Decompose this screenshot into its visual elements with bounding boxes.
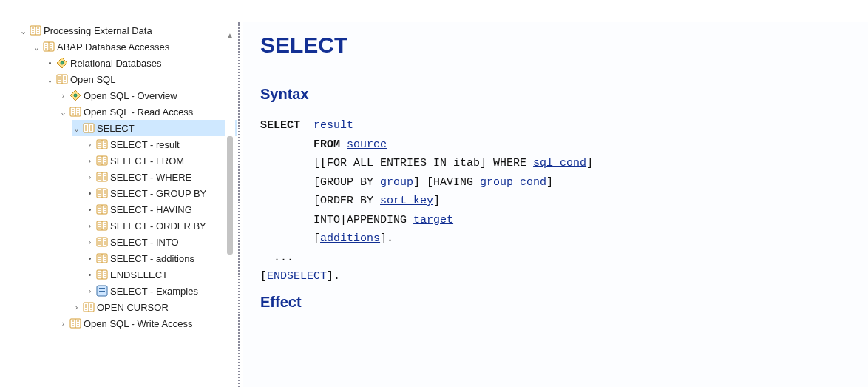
text: [ORDER BY	[313, 195, 380, 207]
pane-separator[interactable]	[237, 22, 243, 387]
book-icon	[43, 41, 55, 53]
tree-item-select[interactable]: ⌄ SELECT	[72, 120, 237, 136]
tree-scrollbar[interactable]: ▲ ▼	[225, 30, 235, 370]
text: [	[313, 232, 320, 245]
text: [[FOR ALL ENTRIES IN itab] WHERE	[313, 157, 533, 169]
scroll-up-icon[interactable]: ▲	[225, 30, 235, 40]
bullet-icon: •	[86, 189, 94, 198]
text: ].	[327, 270, 340, 283]
book-icon	[96, 171, 108, 183]
bullet-icon: •	[86, 255, 94, 263]
link-sql-cond[interactable]: sql_cond	[533, 157, 586, 169]
syntax-block: SELECT result FROM source [[FOR ALL ENTR…	[260, 116, 850, 286]
tree-item-abap-db-accesses[interactable]: ⌄ ABAP Database Accesses	[33, 38, 237, 55]
book-icon	[69, 106, 81, 118]
tree-item-select-order-by[interactable]: ›SELECT - ORDER BY	[86, 218, 237, 234]
text: INTO|APPENDING	[313, 214, 413, 226]
text: ]	[433, 195, 440, 207]
chevron-right-icon: ›	[86, 238, 94, 246]
link-target[interactable]: target	[413, 214, 453, 226]
bullet-icon: •	[86, 271, 94, 279]
chevron-right-icon: ›	[86, 222, 94, 230]
text: ]	[586, 157, 593, 169]
tree-item-select-examples[interactable]: ›SELECT - Examples	[86, 283, 237, 299]
chevron-right-icon: ›	[86, 173, 94, 181]
tree-item-open-sql-overview[interactable]: › Open SQL - Overview	[59, 87, 237, 104]
chevron-right-icon: ›	[86, 141, 94, 149]
chevron-down-icon: ⌄	[72, 124, 81, 132]
book-icon	[69, 317, 81, 329]
nav-tree-pane: ⌄ Processing External Data ⌄ ABAP Databa…	[0, 22, 237, 387]
tree-label: SELECT - GROUP BY	[110, 188, 206, 199]
book-icon	[83, 122, 95, 134]
book-icon	[96, 236, 108, 248]
tree-label: SELECT	[97, 123, 135, 134]
link-group-cond[interactable]: group_cond	[480, 176, 546, 189]
example-icon	[96, 285, 108, 297]
tree-item-select-into[interactable]: ›SELECT - INTO	[86, 234, 237, 250]
bullet-icon: •	[86, 206, 94, 214]
tree-label: Open SQL - Read Access	[84, 107, 193, 118]
tree-label: SELECT - WHERE	[110, 172, 191, 183]
text: ] [HAVING	[413, 176, 480, 189]
chevron-right-icon: ›	[59, 92, 67, 100]
tree-item-open-sql[interactable]: ⌄ Open SQL	[46, 71, 237, 87]
tree-label: SELECT - INTO	[110, 237, 179, 248]
text: [	[260, 270, 267, 283]
tree-label: SELECT - ORDER BY	[110, 221, 206, 232]
tree-item-select-group-by[interactable]: •SELECT - GROUP BY	[86, 185, 237, 201]
book-icon	[56, 73, 68, 85]
link-sort-key[interactable]: sort_key	[380, 195, 433, 207]
text: ]	[546, 176, 553, 189]
book-icon	[96, 220, 108, 232]
tree-label: SELECT - additions	[110, 253, 194, 264]
link-result[interactable]: result	[313, 119, 353, 132]
chevron-right-icon: ›	[86, 157, 94, 165]
link-group[interactable]: group	[380, 176, 413, 189]
book-icon	[96, 155, 108, 166]
kw-select: SELECT	[260, 119, 300, 132]
tree-label: SELECT - Examples	[110, 286, 198, 297]
book-icon	[96, 138, 108, 150]
scroll-thumb[interactable]	[227, 136, 233, 255]
text: ...	[260, 252, 294, 264]
chevron-right-icon: ›	[86, 287, 94, 295]
kw-from: FROM	[313, 138, 340, 151]
scroll-track[interactable]	[225, 136, 235, 387]
tree-item-processing-external-data[interactable]: ⌄ Processing External Data	[19, 22, 237, 38]
tree-item-select-result[interactable]: ›SELECT - result	[86, 136, 237, 152]
tree-item-open-sql-read-access[interactable]: ⌄ Open SQL - Read Access	[59, 104, 237, 120]
tree-label: ABAP Database Accesses	[57, 41, 169, 53]
text: ].	[380, 232, 393, 245]
tree-item-open-cursor[interactable]: › OPEN CURSOR	[72, 299, 237, 315]
link-endselect[interactable]: ENDSELECT	[267, 270, 327, 283]
tree-label: SELECT - FROM	[110, 155, 184, 166]
tree-item-select-from[interactable]: ›SELECT - FROM	[86, 152, 237, 169]
link-additions[interactable]: additions	[320, 232, 380, 245]
tree-label: Relational Databases	[70, 58, 162, 69]
chevron-down-icon: ⌄	[33, 43, 41, 51]
tree-item-select-where[interactable]: ›SELECT - WHERE	[86, 169, 237, 185]
tree-label: Open SQL - Write Access	[84, 318, 192, 329]
syntax-heading: Syntax	[260, 86, 850, 103]
book-icon	[83, 301, 95, 313]
tree-item-relational-databases[interactable]: • Relational Databases	[46, 55, 237, 71]
tree-label: SELECT - HAVING	[110, 204, 192, 215]
book-icon	[96, 252, 108, 264]
link-source[interactable]: source	[347, 138, 387, 151]
text: [GROUP BY	[313, 176, 380, 189]
tree-item-endselect[interactable]: •ENDSELECT	[86, 266, 237, 283]
effect-heading: Effect	[260, 294, 850, 311]
tree-label: Open SQL	[70, 74, 115, 85]
bullet-icon: •	[46, 59, 54, 67]
page-title: SELECT	[260, 33, 850, 58]
book-icon	[96, 203, 108, 215]
tree-item-select-having[interactable]: •SELECT - HAVING	[86, 201, 237, 218]
tree-label: OPEN CURSOR	[97, 302, 169, 313]
tree-item-open-sql-write-access[interactable]: › Open SQL - Write Access	[59, 315, 237, 332]
diagram-icon	[56, 57, 68, 69]
chevron-right-icon: ›	[72, 303, 81, 312]
book-icon	[96, 269, 108, 280]
tree-item-select-additions[interactable]: •SELECT - additions	[86, 250, 237, 266]
tree-label: SELECT - result	[110, 139, 180, 150]
